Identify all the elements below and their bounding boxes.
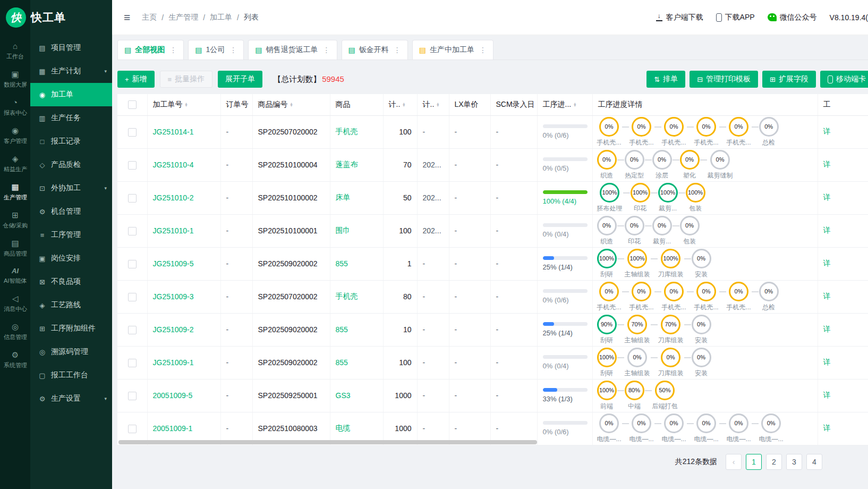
rail-item-info[interactable]: ◎信息管理	[0, 318, 30, 346]
breadcrumb-item[interactable]: 加工单	[210, 13, 232, 22]
process-step[interactable]: 0%总检	[759, 117, 779, 147]
rail-item-warehouse[interactable]: ⊞仓储/采购	[0, 206, 30, 234]
process-step[interactable]: 100%印花	[631, 183, 650, 213]
sidebar-collapse-icon[interactable]	[124, 12, 130, 23]
client-download-button[interactable]: 客户端下载	[656, 13, 703, 22]
process-step[interactable]: 0%手机壳...	[694, 282, 719, 312]
download-app-button[interactable]: 下载APP	[716, 13, 755, 22]
rail-item-report-center[interactable]: ◔报表中心	[0, 94, 30, 122]
process-step[interactable]: 0%手机壳...	[662, 282, 686, 312]
rail-item-data-screen[interactable]: ▣数据大屏	[0, 65, 30, 94]
row-checkbox[interactable]	[128, 326, 137, 334]
expand-suborders-button[interactable]: 展开子单	[218, 71, 262, 88]
row-action-link[interactable]: 详	[823, 325, 831, 333]
process-step[interactable]: 90%刮研	[597, 315, 617, 345]
sidebar-item-workorder[interactable]: ◉加工单	[30, 83, 112, 106]
sidebar-item-quality[interactable]: ◇产品质检	[30, 153, 112, 176]
row-checkbox[interactable]	[128, 161, 137, 170]
work-order-link[interactable]: JG251010-4	[153, 161, 194, 169]
process-step[interactable]: 0%涂层	[652, 150, 672, 180]
column-header[interactable]: 商品	[330, 94, 383, 115]
mobile-toolbar-button[interactable]: 移动端卡	[820, 71, 868, 88]
process-step[interactable]: 0%裁剪缝制	[708, 150, 733, 180]
process-step[interactable]: 70%刀库组装	[658, 315, 684, 345]
fields-toolbar-button[interactable]: ⊞扩展字段	[762, 71, 816, 88]
process-step[interactable]: 0%电缆—...	[629, 414, 654, 444]
product-link[interactable]: 手机壳	[336, 292, 358, 300]
column-header[interactable]: 工序进...▴▾	[537, 94, 592, 115]
work-order-link[interactable]: JG251009-1	[153, 358, 194, 367]
process-step[interactable]: 0%电缆—...	[694, 414, 719, 444]
process-step[interactable]: 100%前端	[597, 381, 617, 411]
view-tab[interactable]: ▤1公司⋮	[188, 40, 244, 60]
sidebar-item-machine[interactable]: ⚙机台管理	[30, 200, 112, 223]
sidebar-item-record[interactable]: □报工记录	[30, 130, 112, 153]
process-step[interactable]: 100%主轴组装	[625, 249, 650, 279]
product-link[interactable]: GS3	[336, 391, 351, 400]
process-step[interactable]: 0%手机壳...	[597, 117, 622, 147]
row-checkbox[interactable]	[128, 128, 137, 137]
row-action-link[interactable]: 详	[823, 127, 831, 136]
page-button[interactable]: 2	[766, 454, 782, 470]
row-action-link[interactable]: 详	[823, 226, 831, 234]
column-header[interactable]: 计..▴▾	[417, 94, 449, 115]
breadcrumb-item[interactable]: 主页	[142, 13, 157, 22]
add-button[interactable]: + 新增	[117, 71, 155, 88]
process-step[interactable]: 0%手机壳...	[597, 282, 622, 312]
column-header[interactable]: 工序进度详情	[592, 94, 818, 115]
sidebar-item-project[interactable]: ▤项目管理	[30, 36, 112, 60]
process-step[interactable]: 100%胚布处理	[597, 183, 623, 213]
batch-actions-button[interactable]: ≡ 批量操作	[160, 71, 213, 88]
work-order-link[interactable]: JG251009-2	[153, 325, 194, 334]
sort-icon[interactable]: ▴▾	[574, 103, 576, 107]
row-checkbox[interactable]	[128, 260, 137, 268]
sidebar-item-defect[interactable]: ⊠不良品项	[30, 270, 112, 293]
column-header[interactable]: 加工单号▴▾	[147, 94, 220, 115]
process-step[interactable]: 0%总检	[759, 282, 779, 312]
sidebar-item-plan[interactable]: ▦生产计划▾	[30, 60, 112, 83]
rail-item-production[interactable]: ▦生产管理	[0, 178, 30, 206]
row-action-link[interactable]: 详	[823, 193, 831, 201]
sidebar-item-route[interactable]: ◈工艺路线	[30, 293, 112, 317]
column-header[interactable]: 计..▴▾	[383, 94, 417, 115]
tab-more-icon[interactable]: ⋮	[479, 46, 487, 54]
work-order-link[interactable]: JG251009-3	[153, 292, 194, 301]
horizontal-scrollbar[interactable]	[118, 440, 537, 444]
process-step[interactable]: 0%包装	[680, 216, 700, 246]
sidebar-item-settings[interactable]: ⚙生产设置▾	[30, 387, 112, 410]
rail-item-message[interactable]: ◁消息中心	[0, 290, 30, 318]
page-button[interactable]: 4	[806, 454, 822, 470]
sidebar-item-outsource[interactable]: ⊡外协加工▾	[30, 176, 112, 200]
sidebar-item-process[interactable]: ≡工序管理	[30, 223, 112, 247]
column-header[interactable]: SCM录入日	[490, 94, 537, 115]
select-all-checkbox[interactable]	[128, 100, 137, 109]
sort-icon[interactable]: ▴▾	[185, 103, 188, 107]
rail-item-system[interactable]: ⚙系统管理	[0, 346, 30, 374]
product-link[interactable]: 床单	[336, 193, 351, 201]
process-step[interactable]: 100%刮研	[597, 249, 617, 279]
sidebar-item-trace[interactable]: ◎溯源码管理	[30, 340, 112, 364]
rail-item-goods[interactable]: ▤商品管理	[0, 234, 30, 263]
rail-item-workbench[interactable]: ⌂工作台	[0, 37, 30, 65]
process-step[interactable]: 0%电缆—...	[597, 414, 622, 444]
process-step[interactable]: 0%刀库组装	[658, 348, 684, 378]
row-checkbox[interactable]	[128, 194, 137, 203]
row-action-link[interactable]: 详	[823, 160, 831, 168]
process-step[interactable]: 70%主轴组装	[625, 315, 650, 345]
sidebar-item-position[interactable]: ▣岗位安排	[30, 247, 112, 270]
row-action-link[interactable]: 详	[823, 358, 831, 366]
tab-more-icon[interactable]: ⋮	[229, 46, 237, 54]
sort-icon[interactable]: ▴▾	[291, 103, 293, 107]
column-header[interactable]: 订单号	[220, 94, 252, 115]
product-link[interactable]: 电缆	[336, 424, 351, 432]
page-button[interactable]: 1	[746, 454, 762, 470]
process-step[interactable]: 0%塑化	[680, 150, 700, 180]
product-link[interactable]: 855	[336, 259, 348, 268]
process-step[interactable]: 0%安装	[692, 348, 711, 378]
rail-item-customer[interactable]: ◉客户管理	[0, 122, 30, 150]
product-link[interactable]: 手机壳	[336, 127, 358, 136]
row-action-link[interactable]: 详	[823, 259, 831, 267]
process-step[interactable]: 100%裁剪...	[658, 183, 678, 213]
row-checkbox[interactable]	[128, 359, 137, 367]
row-checkbox[interactable]	[128, 425, 137, 433]
